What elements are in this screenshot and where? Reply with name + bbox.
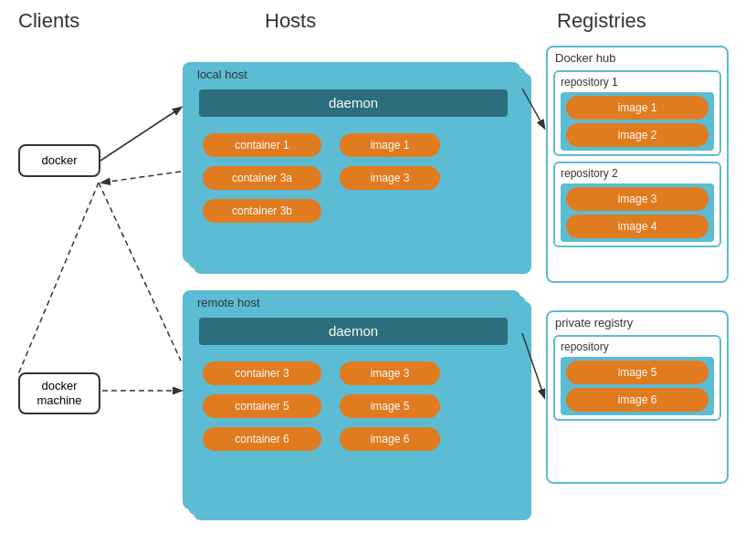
remote-container-5: container 5 (203, 394, 321, 418)
remote-image-3: image 3 (340, 361, 440, 385)
remote-host-box: remote host daemon container 3 container… (183, 290, 520, 509)
local-container-3a: container 3a (203, 166, 321, 190)
docker-hub-image-1: image 1 (566, 96, 709, 120)
private-registry-repo: repository image 5 image 6 (553, 335, 721, 421)
docker-machine-client-box: docker machine (18, 372, 100, 414)
private-registry: private registry repository image 5 imag… (546, 310, 729, 484)
docker-down-line (18, 183, 99, 374)
docker-hub-title: Docker hub (548, 47, 727, 67)
private-registry-images: image 5 image 6 (561, 357, 714, 415)
remote-container-3: container 3 (203, 361, 321, 385)
local-host-box: local host daemon container 1 container … (183, 62, 520, 263)
remote-image-5: image 5 (340, 394, 440, 418)
docker-client-box: docker (18, 144, 100, 177)
private-image-5: image 5 (566, 361, 709, 384)
docker-hub-repo1-title: repository 1 (561, 76, 714, 89)
private-registry-repo-title: repository (561, 340, 714, 353)
registries-title: Registries (557, 9, 646, 33)
local-daemon-bar: daemon (199, 89, 508, 117)
docker-client-label: docker (41, 153, 77, 168)
docker-architecture-diagram: Clients Hosts Registries local host daem… (0, 0, 756, 544)
docker-machine-label: docker machine (37, 379, 81, 407)
docker-hub-repo1-images: image 1 image 2 (561, 92, 714, 151)
docker-hub-registry: Docker hub repository 1 image 1 image 2 … (546, 46, 729, 283)
remote-image-6: image 6 (340, 427, 440, 451)
hosts-title: Hosts (265, 9, 316, 33)
local-image-3: image 3 (340, 166, 440, 190)
remote-host-label: remote host (194, 296, 264, 309)
local-to-docker-dashed (102, 172, 181, 183)
local-container-1: container 1 (203, 133, 321, 157)
local-host-label: local host (194, 68, 251, 81)
private-registry-title: private registry (548, 312, 727, 331)
docker-hub-image-4: image 4 (566, 214, 709, 238)
docker-hub-repo2-title: repository 2 (561, 167, 714, 180)
docker-hub-repo2: repository 2 image 3 image 4 (553, 162, 721, 247)
docker-hub-repo1: repository 1 image 1 image 2 (553, 70, 721, 156)
docker-hub-image-3: image 3 (566, 187, 709, 211)
local-image-1: image 1 (340, 133, 440, 157)
private-image-6: image 6 (566, 388, 709, 412)
docker-hub-image-2: image 2 (566, 123, 709, 147)
docker-to-local-arrow (100, 108, 181, 161)
docker-hub-repo2-images: image 3 image 4 (561, 183, 714, 242)
remote-daemon-bar: daemon (199, 318, 508, 345)
docker-to-remote-dashed (99, 183, 181, 361)
clients-title: Clients (18, 9, 79, 33)
remote-container-6: container 6 (203, 427, 321, 451)
local-container-3b: container 3b (203, 199, 321, 223)
